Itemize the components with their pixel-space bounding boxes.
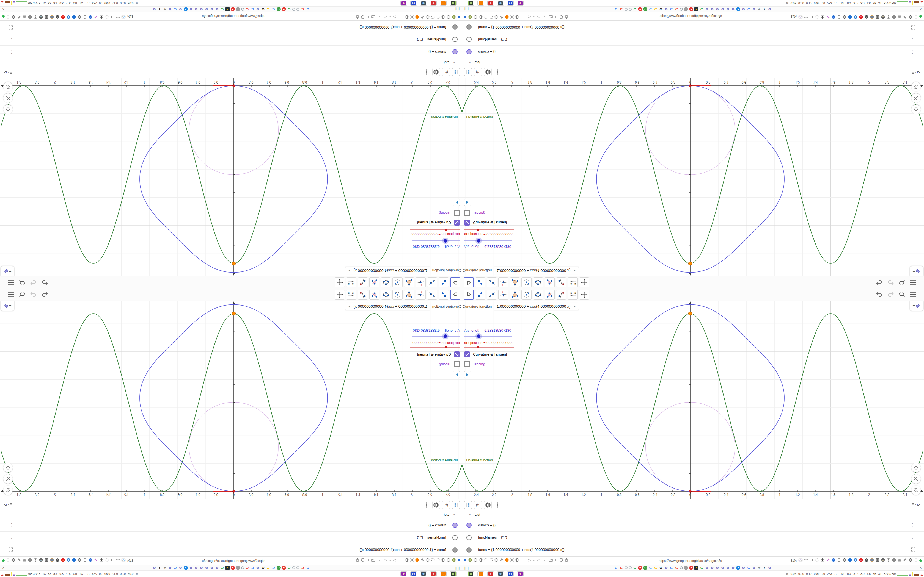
url-text[interactable]: https://www.geogebra.org/classic/aagcxh3…: [616, 559, 764, 563]
redo-icon[interactable]: [887, 291, 894, 297]
tool-angle-button[interactable]: α: [544, 277, 555, 287]
input-fx-button[interactable]: fx: [474, 68, 482, 76]
page-zoom-level[interactable]: 81%: [127, 559, 133, 562]
back-arrow-icon[interactable]: [554, 558, 558, 563]
globe-icon[interactable]: [515, 558, 520, 563]
redo-icon[interactable]: [887, 280, 894, 286]
firefox-icon[interactable]: [505, 558, 509, 563]
bookmark-google-favicon[interactable]: G: [675, 7, 679, 11]
zoom-out-button[interactable]: [911, 485, 921, 495]
bookmark-yandex-favicon[interactable]: Я: [638, 566, 642, 570]
bookmark-generic-flower-favicon[interactable]: ✿: [199, 7, 204, 11]
profile-dot[interactable]: [523, 560, 525, 561]
tool-perpendicular-button[interactable]: [498, 277, 509, 287]
shield-badge-icon[interactable]: [33, 558, 38, 563]
bookmark-f-site-favicon[interactable]: f: [762, 566, 766, 570]
bookmark-google-favicon[interactable]: G: [173, 566, 178, 570]
bookmark-generic-flower-favicon[interactable]: ✿: [194, 7, 198, 11]
row-menu-icon[interactable]: ⋮: [9, 37, 13, 42]
step-button[interactable]: [464, 371, 471, 378]
tool-reflect-button[interactable]: [358, 277, 368, 287]
tool-angle-button[interactable]: α: [369, 277, 380, 287]
tool-move-button[interactable]: [450, 277, 460, 287]
tool-move-view-button[interactable]: [579, 277, 589, 287]
translate-circle-icon[interactable]: A: [831, 558, 836, 563]
list-collapse-chevron[interactable]: ▾: [453, 61, 455, 64]
bookmark-info-site-favicon[interactable]: i: [236, 566, 240, 570]
gear-dark-icon[interactable]: [11, 14, 16, 19]
algebra-collapse-icon[interactable]: ≡: [4, 502, 12, 507]
profile-dot[interactable]: [380, 560, 381, 561]
cat-app-taskbar-button[interactable]: ☻: [401, 0, 407, 6]
bookmark-google-favicon[interactable]: G: [300, 566, 305, 570]
visibility-toggle-circle[interactable]: [452, 49, 457, 55]
curvature-function-dropdown[interactable]: 1.000000000000 + cos(4.000000000000 x) ▼: [494, 267, 579, 274]
bookmark-generic-flower-favicon[interactable]: ✿: [752, 566, 756, 570]
bookmark-phone-site-favicon[interactable]: ✆: [643, 7, 647, 11]
arc-length-slider[interactable]: [464, 240, 512, 241]
door-icon[interactable]: [44, 14, 48, 19]
sync-icon[interactable]: [489, 14, 493, 19]
visibility-toggle-circle[interactable]: [452, 522, 457, 528]
highlighter-icon[interactable]: [826, 14, 830, 19]
globe-icon[interactable]: [473, 558, 478, 563]
y-logo-icon[interactable]: [457, 558, 461, 563]
bookmark-gear-site-favicon[interactable]: ✱: [757, 7, 761, 11]
home-button[interactable]: [911, 463, 921, 472]
gear-icon[interactable]: [510, 558, 514, 563]
back-arrow-icon[interactable]: [366, 14, 370, 19]
floppy-app-taskbar-button[interactable]: 64: [507, 0, 514, 6]
bookmark-phone-site-favicon[interactable]: ✆: [277, 566, 281, 570]
globe-icon[interactable]: [478, 558, 483, 563]
arc-position-slider-thumb[interactable]: [477, 229, 479, 231]
mouse-icon[interactable]: [83, 14, 87, 19]
globe-icon[interactable]: [446, 558, 451, 563]
settings-app-taskbar-button[interactable]: ✽: [487, 571, 494, 577]
bookmark-gear-site-favicon[interactable]: ✱: [163, 7, 167, 11]
globe-dark-icon[interactable]: [28, 558, 32, 563]
algebra-list-row[interactable]: curves = {}⋮: [462, 46, 924, 58]
list-collapse-chevron[interactable]: ▾: [469, 61, 471, 64]
algebra-list-row[interactable]: curves = {}⋮: [0, 519, 462, 531]
star-icon[interactable]: [804, 14, 808, 19]
puzzle-icon[interactable]: [897, 558, 902, 563]
bookmark-generic-flower-favicon[interactable]: ✿: [726, 566, 730, 570]
highlighter-icon[interactable]: [826, 558, 830, 563]
page-zoom-level[interactable]: 81%: [791, 15, 797, 18]
bookmark-site-ring-favicon[interactable]: [628, 566, 632, 569]
reload-icon[interactable]: [105, 558, 109, 563]
menu-icon[interactable]: [8, 280, 14, 285]
undo-icon[interactable]: [41, 280, 48, 286]
sync-icon[interactable]: [484, 14, 488, 19]
package-app-taskbar-button[interactable]: ▦: [450, 0, 457, 6]
tool-circle-button[interactable]: [522, 290, 531, 300]
visibility-toggle-circle[interactable]: [467, 37, 472, 42]
bookmark-site-ring-favicon[interactable]: [296, 566, 299, 569]
screenshot-app-taskbar-button[interactable]: ◉: [497, 0, 504, 6]
add-icon[interactable]: [848, 14, 852, 19]
row-menu-icon[interactable]: ⋮: [9, 535, 13, 540]
globe-dark-icon[interactable]: [28, 14, 32, 19]
firefox-app-taskbar-button[interactable]: ◕: [440, 571, 447, 577]
globe-icon[interactable]: [404, 558, 409, 563]
kebab-button[interactable]: [494, 501, 502, 509]
package-app-taskbar-button[interactable]: ▦: [467, 571, 474, 577]
globe-icon[interactable]: [515, 14, 520, 19]
algebra-list-row[interactable]: funcs = {1.000000000000 + cos(4.00000000…: [0, 544, 462, 556]
settings-gear-button[interactable]: [432, 68, 440, 76]
bookmark-phone-site-favicon[interactable]: ✆: [277, 7, 281, 11]
door-icon[interactable]: [44, 558, 48, 563]
undo-icon[interactable]: [876, 291, 883, 297]
lock-icon[interactable]: [564, 558, 569, 563]
algebra-collapse-icon[interactable]: ≡: [4, 70, 12, 75]
bookmark-google-favicon[interactable]: G: [245, 566, 249, 570]
arc-position-slider[interactable]: [410, 347, 460, 348]
bookmark-info-site-favicon[interactable]: i: [236, 7, 240, 11]
globe-icon[interactable]: [441, 14, 446, 19]
tracing-checkbox[interactable]: [454, 210, 460, 216]
bookmark-yandex-favicon[interactable]: Я: [689, 7, 693, 11]
highlighter-icon[interactable]: [94, 558, 98, 563]
profile-dot[interactable]: [543, 16, 544, 17]
download-icon[interactable]: [820, 558, 825, 563]
gear-dark-icon[interactable]: [11, 558, 16, 563]
